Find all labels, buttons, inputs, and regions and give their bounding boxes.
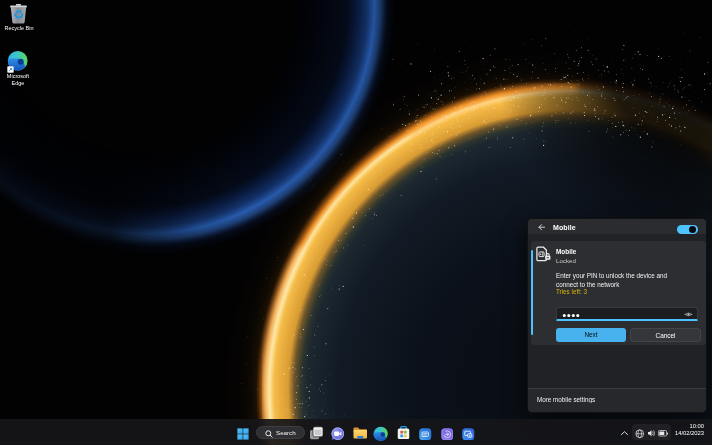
svg-text:♻: ♻ [13,8,24,22]
